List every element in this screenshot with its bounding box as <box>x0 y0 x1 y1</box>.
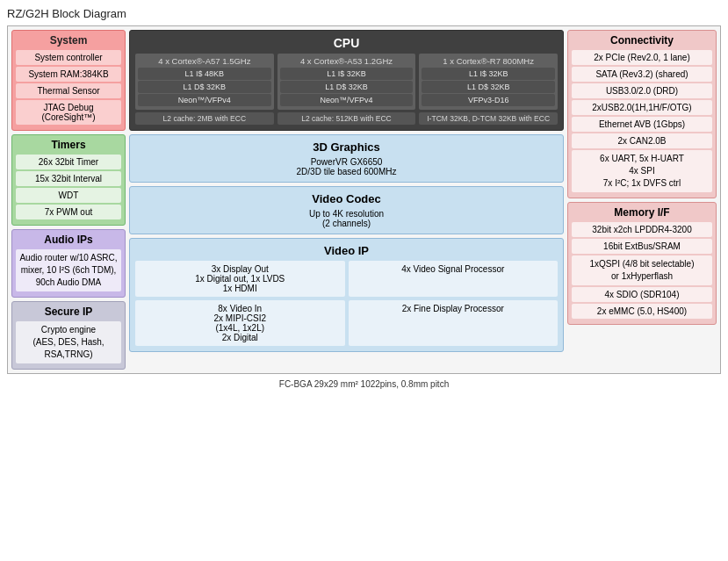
cpu-core-a53-neon: Neon™/VFPv4 <box>280 94 414 106</box>
audio-section: Audio IPs Audio router w/10 ASRC, mixer,… <box>11 229 126 298</box>
connectivity-usb20: 2xUSB2.0(1H,1H/F/OTG) <box>572 100 712 115</box>
graphics-title: 3D Graphics <box>135 140 558 154</box>
system-item-jtag: JTAG Debug (CoreSight™) <box>16 100 121 125</box>
cpu-core-a57-label: 4 x Cortex®-A57 1.5GHz <box>138 56 271 66</box>
connectivity-pcie: 2x PCIe (Rev2.0, 1 lane) <box>572 50 712 65</box>
cpu-core-r7: 1 x Cortex®-R7 800MHz L1 I$ 32KB L1 D$ 3… <box>419 54 558 110</box>
cpu-cores-grid: 4 x Cortex®-A57 1.5GHz L1 I$ 48KB L1 D$ … <box>135 54 558 110</box>
secure-item-crypto: Crypto engine (AES, DES, Hash, RSA,TRNG) <box>16 321 121 363</box>
timers-section: Timers 26x 32bit Timer 15x 32bit Interva… <box>11 134 126 226</box>
memory-qspi: 1xQSPI (4/8 bit selectable) or 1xHyperfl… <box>572 255 712 285</box>
timers-item-pwm: 7x PWM out <box>16 205 121 219</box>
cpu-core-a57-l1d: L1 D$ 32KB <box>138 81 271 93</box>
connectivity-usb30: USB3.0/2.0 (DRD) <box>572 83 712 98</box>
system-item-controller: System controller <box>16 50 121 65</box>
cpu-core-a57: 4 x Cortex®-A57 1.5GHz L1 I$ 48KB L1 D$ … <box>135 54 274 110</box>
connectivity-ethernet: Ethernet AVB (1Gbps) <box>572 117 712 132</box>
center-column: CPU 4 x Cortex®-A57 1.5GHz L1 I$ 48KB L1… <box>129 30 564 370</box>
cpu-l2-1: L2 cache: 2MB with ECC <box>135 112 274 125</box>
memory-emmc: 2x eMMC (5.0, HS400) <box>572 304 712 319</box>
connectivity-can: 2x CAN2.0B <box>572 133 712 148</box>
cpu-core-r7-neon: VFPv3-D16 <box>422 94 555 106</box>
system-item-thermal: Thermal Sensor <box>16 83 121 98</box>
timers-item-32bit: 26x 32bit Timer <box>16 155 121 169</box>
memory-sdio: 4x SDIO (SDR104) <box>572 287 712 302</box>
cpu-core-a57-neon: Neon™/VFPv4 <box>138 94 271 106</box>
memory-lpddr4: 32bit x2ch LPDDR4-3200 <box>572 222 712 237</box>
cpu-core-r7-l1d: L1 D$ 32KB <box>422 81 555 93</box>
footer: FC-BGA 29x29 mm² 1022pins, 0.8mm pitch <box>7 379 721 389</box>
cpu-l2-2: L2 cache: 512KB with ECC <box>278 112 416 125</box>
connectivity-sata: SATA (Rev3.2) (shared) <box>572 67 712 82</box>
cpu-l2-row: L2 cache: 2MB with ECC L2 cache: 512KB w… <box>135 112 558 125</box>
system-item-ram: System RAM:384KB <box>16 67 121 82</box>
memory-section: Memory I/F 32bit x2ch LPDDR4-3200 16bit … <box>567 202 717 325</box>
videocodec-section: Video Codec Up to 4K resolution (2 chann… <box>129 186 564 234</box>
videoip-section: Video IP 3x Display Out 1x Digital out, … <box>129 238 564 352</box>
timers-item-interval: 15x 32bit Interval <box>16 171 121 186</box>
system-title: System <box>16 34 121 47</box>
graphics-content: PowerVR GX6650 2D/3D tile based 600MHz <box>135 157 558 176</box>
cpu-section: CPU 4 x Cortex®-A57 1.5GHz L1 I$ 48KB L1… <box>129 30 564 131</box>
cpu-core-r7-label: 1 x Cortex®-R7 800MHz <box>422 56 555 66</box>
cpu-core-a53: 4 x Cortex®-A53 1.2GHz L1 I$ 32KB L1 D$ … <box>278 54 416 110</box>
cpu-core-a53-l1d: L1 D$ 32KB <box>280 81 414 93</box>
memory-extbus: 16bit ExtBus/SRAM <box>572 239 712 254</box>
timers-title: Timers <box>16 139 121 151</box>
connectivity-section: Connectivity 2x PCIe (Rev2.0, 1 lane) SA… <box>567 30 717 198</box>
cpu-core-a53-label: 4 x Cortex®-A53 1.2GHz <box>280 56 414 66</box>
videoip-video-in: 8x Video In 2x MIPI-CSI2 (1x4L, 1x2L) 2x… <box>135 300 345 346</box>
cpu-core-r7-l1i: L1 I$ 32KB <box>422 68 555 80</box>
right-column: Connectivity 2x PCIe (Rev2.0, 1 lane) SA… <box>567 30 717 370</box>
cpu-l2-3: I-TCM 32KB, D-TCM 32KB with ECC <box>419 112 558 125</box>
videoip-title: Video IP <box>135 244 558 257</box>
connectivity-title: Connectivity <box>572 34 712 47</box>
secure-title: Secure IP <box>16 306 121 318</box>
videoip-signal-proc: 4x Video Signal Processor <box>349 261 559 297</box>
videoip-grid: 3x Display Out 1x Digital out, 1x LVDS 1… <box>135 261 558 346</box>
memory-title: Memory I/F <box>572 206 712 219</box>
audio-item-details: Audio router w/10 ASRC, mixer, 10 I²S (6… <box>16 249 121 291</box>
videoip-display-out: 3x Display Out 1x Digital out, 1x LVDS 1… <box>135 261 345 297</box>
videoip-fine-display: 2x Fine Display Processor <box>349 300 559 346</box>
cpu-title: CPU <box>135 36 558 50</box>
graphics-section: 3D Graphics PowerVR GX6650 2D/3D tile ba… <box>129 134 564 183</box>
videocodec-content: Up to 4K resolution (2 channels) <box>135 209 558 228</box>
left-column: System System controller System RAM:384K… <box>11 30 126 370</box>
connectivity-uart-spi: 6x UART, 5x H-UART 4x SPI 7x I²C; 1x DVF… <box>572 150 712 192</box>
secure-section: Secure IP Crypto engine (AES, DES, Hash,… <box>11 301 126 370</box>
cpu-core-a53-l1i: L1 I$ 32KB <box>280 68 414 80</box>
page-title: RZ/G2H Block Diagram <box>7 7 721 20</box>
videocodec-title: Video Codec <box>135 192 558 205</box>
timers-item-wdt: WDT <box>16 188 121 203</box>
system-section: System System controller System RAM:384K… <box>11 30 126 131</box>
cpu-core-a57-l1i: L1 I$ 48KB <box>138 68 271 80</box>
audio-title: Audio IPs <box>16 234 121 246</box>
